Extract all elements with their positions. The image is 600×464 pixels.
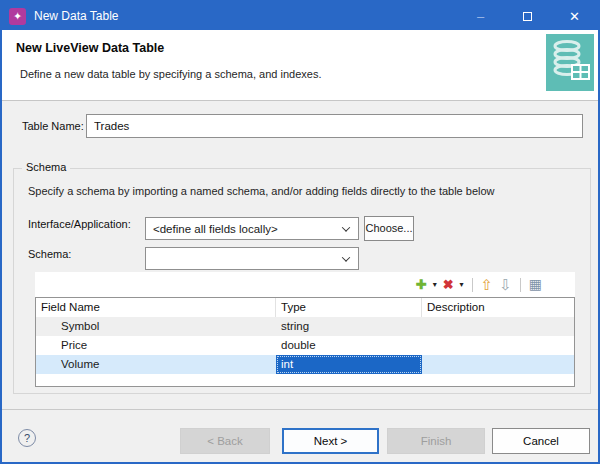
type-cell-selected[interactable]: int xyxy=(276,355,422,374)
page-subtitle: Define a new data table by specifying a … xyxy=(20,68,321,80)
chevron-down-icon xyxy=(334,248,358,269)
toolbar-separator xyxy=(520,278,521,292)
fields-table: Field Name Type Description Symbol strin… xyxy=(35,297,575,387)
description-cell[interactable] xyxy=(422,336,574,355)
field-name-cell[interactable]: Price xyxy=(36,336,276,355)
field-name-cell[interactable]: Symbol xyxy=(36,317,276,336)
interface-application-label: Interface/Application: xyxy=(28,211,131,237)
table-name-input[interactable] xyxy=(86,114,583,138)
next-button[interactable]: Next > xyxy=(282,428,379,454)
schema-combobox[interactable] xyxy=(145,247,359,270)
page-title: New LiveView Data Table xyxy=(16,41,164,55)
button-bar: ? < Back Next > Finish Cancel xyxy=(2,409,598,462)
table-row-price[interactable]: Price double xyxy=(36,336,574,355)
database-table-icon xyxy=(546,34,594,91)
back-button: < Back xyxy=(180,428,270,454)
column-header-field-name[interactable]: Field Name xyxy=(36,298,276,317)
table-row-symbol[interactable]: Symbol string xyxy=(36,317,574,336)
chevron-down-icon xyxy=(334,218,358,239)
minimize-button[interactable]: – xyxy=(457,2,504,30)
new-data-table-dialog: ✦ New Data Table – ✕ New LiveView Data T… xyxy=(0,0,600,464)
choose-button[interactable]: Choose... xyxy=(364,216,414,241)
title-bar: ✦ New Data Table – ✕ xyxy=(2,2,598,30)
fields-toolbar: ✚ ▾ ✖ ▾ ⇧ ⇩ ▦ xyxy=(35,272,575,297)
description-cell[interactable] xyxy=(422,317,574,336)
column-header-type[interactable]: Type xyxy=(276,298,422,317)
schema-group-legend: Schema xyxy=(22,161,70,173)
schema-label: Schema: xyxy=(28,241,71,267)
wizard-app-icon: ✦ xyxy=(9,8,26,25)
field-name-cell[interactable]: Volume xyxy=(36,355,276,374)
schema-description: Specify a schema by importing a named sc… xyxy=(28,185,495,197)
move-down-icon[interactable]: ⇩ xyxy=(499,272,512,297)
window-title: New Data Table xyxy=(34,9,119,23)
interface-application-combobox[interactable]: <define all fields locally> xyxy=(145,217,359,240)
help-icon[interactable]: ? xyxy=(18,429,36,447)
type-cell[interactable]: string xyxy=(276,317,422,336)
wizard-header: New LiveView Data Table Define a new dat… xyxy=(2,30,598,101)
add-field-icon[interactable]: ✚ xyxy=(416,272,427,297)
column-header-description[interactable]: Description xyxy=(422,298,574,317)
table-header-row: Field Name Type Description xyxy=(36,298,574,317)
toolbar-separator xyxy=(472,278,473,292)
maximize-icon xyxy=(523,12,532,21)
schema-group: Schema Specify a schema by importing a n… xyxy=(13,168,591,394)
close-button[interactable]: ✕ xyxy=(551,2,598,30)
cancel-button[interactable]: Cancel xyxy=(492,428,590,454)
remove-field-menu-icon[interactable]: ▾ xyxy=(460,280,464,289)
table-name-label: Table Name: xyxy=(22,114,84,138)
copy-fields-icon[interactable]: ▦ xyxy=(529,272,542,297)
table-row-volume-selected[interactable]: Volume int xyxy=(36,355,574,374)
type-cell[interactable]: double xyxy=(276,336,422,355)
maximize-button[interactable] xyxy=(504,2,551,30)
move-up-icon[interactable]: ⇧ xyxy=(481,272,494,297)
window-controls: – ✕ xyxy=(457,2,598,30)
description-cell[interactable] xyxy=(422,355,574,374)
interface-application-value: <define all fields locally> xyxy=(153,223,278,235)
finish-button: Finish xyxy=(387,428,485,454)
add-field-menu-icon[interactable]: ▾ xyxy=(433,280,437,289)
remove-field-icon[interactable]: ✖ xyxy=(443,272,454,297)
